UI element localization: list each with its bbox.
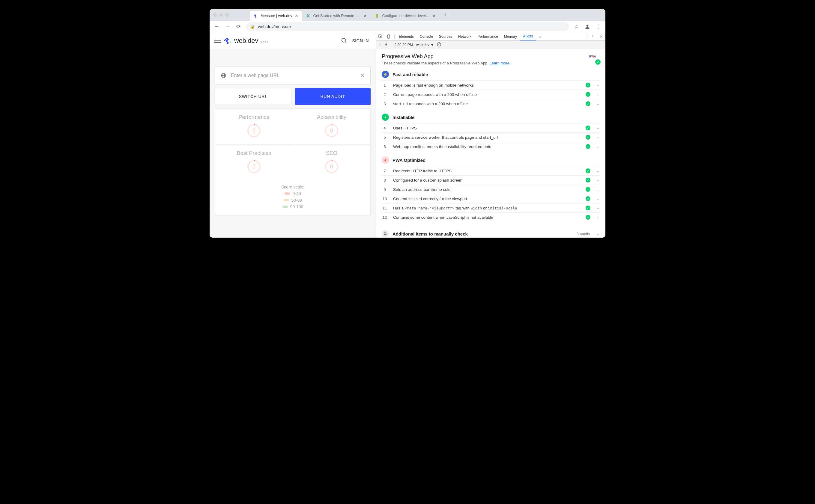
- metric-value: 0: [247, 123, 261, 138]
- devtools-menu-icon[interactable]: ⋮: [589, 34, 597, 39]
- close-icon[interactable]: ✕: [432, 14, 436, 18]
- menu-button[interactable]: ⋮: [593, 22, 603, 31]
- audit-item[interactable]: 10 Content is sized correctly for the vi…: [382, 194, 600, 203]
- item-number: 4: [382, 126, 388, 130]
- devtools-tab[interactable]: Network: [455, 32, 475, 40]
- star-button[interactable]: ☆: [572, 22, 582, 31]
- chevron-down-icon: ⌄: [596, 169, 600, 173]
- logo-beta: BETA: [260, 41, 269, 43]
- audit-item[interactable]: 7 Redirects HTTP traffic to HTTPS ✓ ⌄: [382, 166, 600, 175]
- reload-button[interactable]: ⟳: [233, 22, 243, 31]
- svg-point-1: [587, 25, 589, 27]
- item-text: Contains some content when JavaScript is…: [393, 215, 580, 220]
- browser-tabs: Measure | web.dev ✕ Get Started with Rem…: [250, 9, 440, 21]
- close-dot[interactable]: [213, 13, 217, 17]
- address-bar[interactable]: 🔒 web.dev/measure: [246, 22, 569, 31]
- run-audit-button[interactable]: RUN AUDIT: [295, 88, 371, 105]
- metric-value: 0: [324, 159, 339, 174]
- devtools-tab[interactable]: Console: [417, 32, 436, 40]
- metric-card: Accessibility 0: [293, 109, 370, 144]
- chevron-down-icon: ⌄: [596, 102, 600, 106]
- audit-item[interactable]: 6 Web app manifest meets the installabil…: [382, 142, 600, 151]
- star-icon: ★: [382, 156, 389, 164]
- back-button[interactable]: ←: [212, 22, 222, 31]
- audit-item[interactable]: 8 Configured for a custom splash screen …: [382, 175, 600, 185]
- report-selector[interactable]: 3:39:29 PM - web.dev ▼: [394, 43, 434, 47]
- pass-icon: ✓: [586, 215, 591, 220]
- url-input[interactable]: [231, 73, 355, 78]
- url-input-box: ✕: [215, 67, 370, 84]
- item-number: 10: [382, 197, 388, 201]
- logo[interactable]: web.dev BETA: [224, 37, 269, 45]
- max-dot[interactable]: [225, 13, 229, 17]
- pass-icon: ✓: [586, 168, 591, 173]
- browser-tab[interactable]: Get Started with Remote Debu ✕: [302, 11, 371, 21]
- category-title: PWA Optimized: [392, 158, 426, 163]
- signin-button[interactable]: SIGN IN: [352, 38, 369, 43]
- audit-item[interactable]: 9 Sets an address-bar theme color ✓ ⌄: [382, 185, 600, 194]
- devtools-tabstrip: ElementsConsoleSourcesNetworkPerformance…: [376, 32, 605, 41]
- hamburger-icon[interactable]: [214, 39, 221, 43]
- audit-item[interactable]: 12 Contains some content when JavaScript…: [382, 212, 600, 222]
- device-icon[interactable]: [385, 34, 393, 39]
- legend-item: 50-89: [215, 198, 370, 203]
- item-text: Redirects HTTP traffic to HTTPS: [393, 169, 580, 173]
- audit-item[interactable]: 5 Registers a service worker that contro…: [382, 132, 600, 142]
- plus-icon: +: [382, 114, 389, 121]
- browser-tab[interactable]: Measure | web.dev ✕: [250, 11, 302, 21]
- tab-title: Get Started with Remote Debu: [313, 14, 361, 18]
- audit-item[interactable]: 4 Uses HTTPS ✓ ⌄: [382, 123, 600, 132]
- browser-tab[interactable]: Configure on-device developer ✕: [371, 11, 440, 21]
- manual-section[interactable]: Additional items to manually check 3 aud…: [382, 227, 600, 237]
- audit-item[interactable]: 11 Has a <meta name="viewport"> tag with…: [382, 203, 600, 212]
- devtools-tab[interactable]: Elements: [396, 32, 417, 40]
- devtools-close-icon[interactable]: ✕: [597, 34, 605, 39]
- titlebar: Measure | web.dev ✕ Get Started with Rem…: [210, 9, 605, 21]
- gauge: 0: [247, 123, 261, 138]
- learn-more-link[interactable]: Learn more: [490, 61, 510, 65]
- switch-url-button[interactable]: SWITCH URL: [215, 88, 291, 105]
- min-dot[interactable]: [219, 13, 223, 17]
- devtools-tab[interactable]: Audits: [520, 32, 536, 40]
- svg-line-4: [345, 41, 346, 43]
- manual-count: 3 audits: [576, 232, 590, 236]
- audit-item[interactable]: 3 start_url responds with a 200 when off…: [382, 99, 600, 108]
- page-body: ✕ SWITCH URL RUN AUDIT Performance 0 Acc…: [210, 49, 376, 238]
- chevron-down-icon: ⌄: [596, 92, 600, 96]
- item-text: Configured for a custom splash screen: [393, 178, 580, 182]
- category-title: Fast and reliable: [392, 72, 428, 77]
- audit-item[interactable]: 1 Page load is fast enough on mobile net…: [382, 80, 600, 90]
- item-number: 2: [382, 92, 388, 97]
- audit-category: ⚡ Fast and reliable: [382, 71, 600, 78]
- close-icon[interactable]: ✕: [294, 14, 299, 18]
- audit-item[interactable]: 2 Current page responds with a 200 when …: [382, 90, 600, 99]
- clear-icon[interactable]: ✕: [360, 72, 365, 79]
- item-number: 9: [382, 187, 388, 192]
- devtools-tab[interactable]: Performance: [475, 32, 501, 40]
- more-tabs-icon[interactable]: »: [536, 34, 545, 39]
- item-text: Current page responds with a 200 when of…: [393, 92, 580, 97]
- metric-label: Accessibility: [296, 114, 367, 120]
- new-tab-button[interactable]: +: [442, 11, 450, 19]
- metric-label: Best Practices: [218, 150, 290, 156]
- clear-icon[interactable]: [437, 42, 441, 47]
- audit-category: ★ PWA Optimized: [382, 156, 600, 164]
- profile-button[interactable]: [583, 22, 592, 31]
- metric-value: 0: [324, 123, 339, 138]
- globe-icon: [221, 73, 227, 79]
- forward-button[interactable]: →: [223, 22, 232, 31]
- pass-icon: ✓: [586, 206, 591, 210]
- inspect-icon[interactable]: [376, 34, 385, 39]
- metric-card: Best Practices 0: [215, 145, 293, 180]
- item-number: 6: [382, 144, 388, 149]
- chevron-down-icon: ⌄: [596, 215, 600, 219]
- close-icon[interactable]: ✕: [363, 14, 367, 18]
- search-icon[interactable]: [339, 36, 349, 46]
- item-text: Has a <meta name="viewport"> tag with wi…: [393, 206, 580, 210]
- pass-icon: ✓: [586, 187, 591, 192]
- svg-rect-17: [388, 34, 389, 38]
- add-icon[interactable]: +: [379, 42, 381, 48]
- devtools-tab[interactable]: Sources: [436, 32, 455, 40]
- devtools-tab[interactable]: Memory: [501, 32, 520, 40]
- download-icon[interactable]: [384, 43, 388, 47]
